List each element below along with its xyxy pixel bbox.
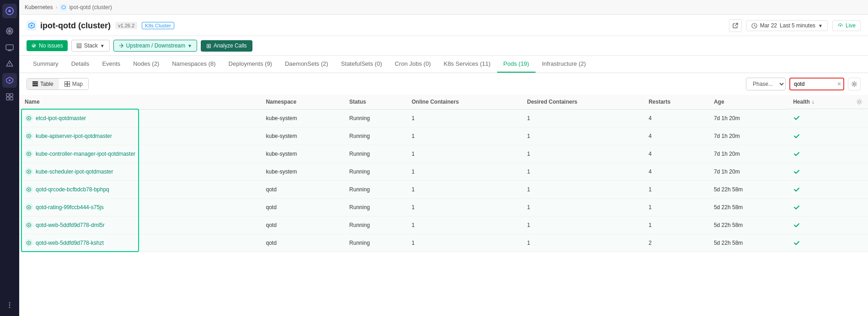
- no-issues-button[interactable]: No issues: [27, 40, 68, 51]
- datetime-button[interactable]: Mar 22 Last 5 minutes ▼: [746, 20, 828, 31]
- pod-age: 5d 22h 58m: [708, 234, 788, 252]
- health-sort-icon[interactable]: ↓: [812, 99, 814, 105]
- svg-rect-33: [32, 85, 38, 86]
- table-view-button[interactable]: Table: [27, 79, 59, 90]
- map-view-button[interactable]: Map: [59, 79, 88, 90]
- clear-search-button[interactable]: ✕: [837, 81, 841, 87]
- pod-status: Running: [344, 109, 406, 127]
- pod-age: 7d 1h 20m: [708, 127, 788, 145]
- table-row[interactable]: qotd-web-5ddfd9d778-dml5r qotd Running 1…: [19, 216, 868, 234]
- table-row[interactable]: kube-scheduler-ipot-qotdmaster kube-syst…: [19, 163, 868, 180]
- pod-name-cell[interactable]: kube-scheduler-ipot-qotdmaster: [19, 163, 260, 180]
- tab-events[interactable]: Events: [96, 56, 127, 73]
- pods-table: Name Namespace Status Online Containers …: [19, 95, 868, 252]
- tab-infrastructure[interactable]: Infrastructure (2): [536, 56, 592, 73]
- analyze-calls-label: Analyze Calls: [214, 42, 247, 49]
- table-row[interactable]: qotd-qrcode-bcfbdcb78-bphpq qotd Running…: [19, 180, 868, 198]
- table-settings-button[interactable]: [848, 78, 861, 90]
- pod-name-cell[interactable]: kube-apiserver-ipot-qotdmaster: [19, 127, 260, 145]
- pod-name-cell[interactable]: etcd-ipot-qotdmaster: [19, 109, 260, 127]
- breadcrumb-kubernetes[interactable]: Kubernetes: [25, 4, 53, 11]
- pod-name-cell[interactable]: qotd-rating-99fccb444-s75js: [19, 198, 260, 216]
- table-row[interactable]: qotd-rating-99fccb444-s75js qotd Running…: [19, 198, 868, 216]
- svg-point-26: [840, 25, 841, 26]
- svg-point-53: [28, 224, 30, 226]
- tab-cronjobs[interactable]: Cron Jobs (0): [388, 56, 437, 73]
- svg-line-24: [735, 23, 738, 26]
- cluster-icon: [60, 4, 67, 11]
- svg-rect-31: [32, 81, 38, 83]
- svg-point-1: [8, 10, 11, 12]
- search-input[interactable]: [789, 78, 844, 90]
- pod-namespace: qotd: [260, 180, 343, 198]
- svg-marker-21: [62, 5, 65, 9]
- table-row[interactable]: kube-apiserver-ipot-qotdmaster kube-syst…: [19, 127, 868, 145]
- pod-namespace: qotd: [260, 198, 343, 216]
- svg-point-47: [28, 171, 30, 172]
- health-check-icon: [793, 186, 800, 193]
- sidebar-item-more[interactable]: [2, 298, 17, 312]
- pod-restarts: 4: [643, 127, 708, 145]
- health-check-icon: [793, 114, 800, 121]
- health-check-icon: [793, 168, 800, 175]
- action-bar: No issues Stack ▼ Upstream / Downstream …: [19, 36, 868, 56]
- search-wrap: ✕: [789, 78, 844, 90]
- pod-status: Running: [344, 145, 406, 163]
- tab-statefulsets[interactable]: StatefulSets (0): [335, 56, 389, 73]
- table-row[interactable]: kube-controller-manager-ipot-qotdmaster …: [19, 145, 868, 163]
- pod-name-text[interactable]: qotd-web-5ddfd9d778-dml5r: [36, 222, 105, 228]
- svg-rect-34: [64, 82, 67, 84]
- pod-name-cell[interactable]: qotd-qrcode-bcfbdcb78-bphpq: [19, 180, 260, 198]
- pod-age: 5d 22h 58m: [708, 198, 788, 216]
- main-content: Kubernetes › ipot-qotd (cluster) ipot-qo…: [19, 0, 868, 316]
- upstream-downstream-button[interactable]: Upstream / Downstream ▼: [113, 40, 197, 52]
- table-col-settings-icon[interactable]: [856, 99, 863, 105]
- pod-name-text[interactable]: kube-scheduler-ipot-qotdmaster: [36, 169, 113, 175]
- sidebar-item-packages[interactable]: [2, 90, 17, 104]
- pod-desired-containers: 1: [521, 145, 643, 163]
- pod-name-text[interactable]: qotd-web-5ddfd9d778-kshzt: [36, 240, 104, 246]
- tab-details[interactable]: Details: [65, 56, 96, 73]
- pod-name-text[interactable]: etcd-ipot-qotdmaster: [36, 115, 86, 121]
- pod-name-cell[interactable]: qotd-web-5ddfd9d778-kshzt: [19, 234, 260, 252]
- tab-namespaces[interactable]: Namespaces (8): [166, 56, 222, 73]
- phase-filter[interactable]: Phase...: [746, 78, 786, 90]
- page-header-right: Mar 22 Last 5 minutes ▼ Live: [729, 19, 861, 32]
- sidebar-item-services[interactable]: [2, 73, 17, 88]
- pod-name-cell[interactable]: kube-controller-manager-ipot-qotdmaster: [19, 145, 260, 163]
- pod-name-text[interactable]: qotd-qrcode-bcfbdcb78-bphpq: [36, 186, 109, 193]
- tab-daemonsets[interactable]: DaemonSets (2): [279, 56, 335, 73]
- tab-pods[interactable]: Pods (19): [497, 56, 536, 73]
- pod-online-containers: 1: [406, 234, 521, 252]
- time-range-label: Last 5 minutes: [780, 22, 815, 29]
- live-button[interactable]: Live: [832, 20, 861, 31]
- svg-rect-35: [67, 82, 70, 84]
- svg-point-19: [9, 305, 11, 306]
- analyze-calls-button[interactable]: ⊞ Analyze Calls: [201, 40, 252, 52]
- map-view-label: Map: [72, 81, 83, 87]
- pod-name-cell[interactable]: qotd-web-5ddfd9d778-dml5r: [19, 216, 260, 234]
- table-row[interactable]: etcd-ipot-qotdmaster kube-system Running…: [19, 109, 868, 127]
- sidebar-item-monitor[interactable]: [2, 40, 17, 55]
- col-health: Health ↓: [788, 95, 868, 109]
- tab-deployments[interactable]: Deployments (9): [222, 56, 279, 73]
- pod-icon: [25, 132, 33, 140]
- pod-name-text[interactable]: kube-controller-manager-ipot-qotdmaster: [36, 151, 135, 157]
- tab-nodes[interactable]: Nodes (2): [127, 56, 166, 73]
- tab-k8s-services[interactable]: K8s Services (11): [437, 56, 497, 73]
- svg-point-23: [31, 25, 32, 26]
- stack-button[interactable]: Stack ▼: [71, 40, 110, 52]
- pod-health: [788, 216, 868, 234]
- pod-name-text[interactable]: kube-apiserver-ipot-qotdmaster: [36, 133, 112, 139]
- breadcrumb: Kubernetes › ipot-qotd (cluster): [25, 4, 112, 11]
- pod-namespace: qotd: [260, 216, 343, 234]
- sidebar-item-kubernetes[interactable]: [2, 24, 17, 38]
- table-row[interactable]: qotd-web-5ddfd9d778-kshzt qotd Running 1…: [19, 234, 868, 252]
- sidebar-item-alerts[interactable]: [2, 57, 17, 71]
- tab-summary[interactable]: Summary: [27, 56, 65, 73]
- svg-point-20: [9, 307, 11, 308]
- link-button[interactable]: [729, 19, 742, 32]
- pod-name-text[interactable]: qotd-rating-99fccb444-s75js: [36, 204, 104, 211]
- col-name: Name: [19, 95, 260, 109]
- pods-tbody: etcd-ipot-qotdmaster kube-system Running…: [19, 109, 868, 252]
